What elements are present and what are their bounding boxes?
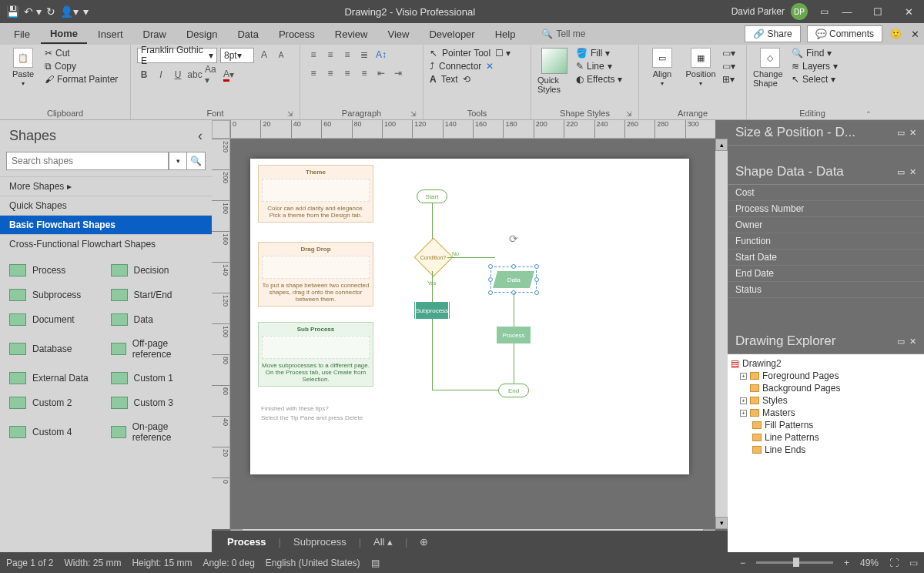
tab-developer[interactable]: Developer [420,25,484,43]
group-button[interactable]: ⊞▾ [722,74,735,85]
user-name[interactable]: David Parker [732,6,785,17]
shape-subprocess[interactable]: Subprocess [413,302,450,319]
drawing-canvas[interactable]: Theme Color can add clarity and elegance… [250,159,689,474]
tab-data[interactable]: Data [228,25,267,43]
stencil-cross-functional[interactable]: Cross-Functional Flowchart Shapes [0,234,212,253]
layers-button[interactable]: ≋Layers ▾ [792,61,838,72]
pane-close-icon[interactable]: ✕ [909,167,916,177]
shape-item[interactable]: Decision [106,258,208,283]
connector[interactable] [514,343,514,384]
align-button[interactable]: ▭Align▾ [645,48,679,87]
stencil-quick-shapes[interactable]: Quick Shapes [0,196,212,215]
font-size-combo[interactable]: 8pt ▾ [220,48,254,63]
change-case-button[interactable]: Aa ▾ [205,68,219,82]
status-language[interactable]: English (United States) [266,558,360,568]
position-button[interactable]: ▦Position▾ [684,48,718,87]
shape-data-row[interactable]: Process Number [728,201,924,217]
underline-button[interactable]: U [171,68,185,82]
strikethrough-button[interactable]: abc [188,68,202,82]
tree-foreground[interactable]: +Foreground Pages [731,370,921,382]
shape-item[interactable]: External Data [5,366,106,390]
pane-window-icon[interactable]: ▭ [897,128,905,138]
align-center-icon[interactable]: ≡ [323,66,337,80]
shape-data-row[interactable]: Start Date [728,250,924,266]
shape-process[interactable]: Process [497,327,531,343]
font-name-combo[interactable]: Franklin Gothic E ▾ [137,48,217,63]
tree-line-patterns[interactable]: Line Patterns [731,431,921,444]
fill-button[interactable]: 🪣Fill ▾ [576,48,622,59]
shape-data-row[interactable]: Cost [728,185,924,201]
close-button[interactable]: ✕ [893,0,924,23]
fit-page-icon[interactable]: ⛶ [889,558,899,568]
shape-item[interactable]: Document [5,307,106,332]
align-right-icon[interactable]: ≡ [340,66,354,80]
shape-data-row[interactable]: End Date [728,266,924,282]
ribbon-display-icon[interactable]: ▭ [820,6,829,17]
tab-draw[interactable]: Draw [134,25,176,43]
share-button[interactable]: 🔗 Share [745,25,800,42]
cut-button[interactable]: ✂Cut [45,48,118,59]
pane-close-icon[interactable]: ✕ [909,128,916,138]
tree-background[interactable]: Background Pages [731,382,921,394]
save-icon[interactable]: 💾 [6,5,19,18]
comments-button[interactable]: 💬 Comments [807,25,882,42]
connector-tool-button[interactable]: ⤴Connector✕ [430,61,494,72]
minimize-button[interactable]: — [832,0,862,23]
undo-icon[interactable]: ↶ ▾ [24,5,42,18]
text-tool-button[interactable]: AText⟲ [430,74,470,85]
qat-more-icon[interactable]: ▾ [83,5,89,18]
macro-icon[interactable]: ▤ [371,558,380,568]
vertical-scrollbar[interactable]: ▴ ▾ [715,139,728,529]
shape-data-row[interactable]: Function [728,233,924,250]
text-direction-icon[interactable]: A↕ [374,48,388,62]
select-button[interactable]: ↖Select ▾ [792,74,838,85]
shape-data-row[interactable]: Owner [728,217,924,233]
pane-window-icon[interactable]: ▭ [897,337,905,347]
paste-button[interactable]: 📋 Paste ▾ [6,48,40,87]
shape-item[interactable]: Process [5,258,106,283]
justify-icon[interactable]: ≡ [357,66,371,80]
shapes-pane-collapse-icon[interactable]: ‹ [198,128,203,144]
tree-line-ends[interactable]: Line Ends [731,444,921,456]
connector[interactable] [432,390,498,390]
connector[interactable] [514,293,514,327]
stencil-more-shapes[interactable]: More Shapes ▸ [0,176,212,196]
send-back-button[interactable]: ▭▾ [722,61,735,72]
tab-view[interactable]: View [378,25,418,43]
shape-item[interactable]: Database [5,332,106,366]
shape-item[interactable]: Custom 2 [5,390,106,415]
expand-icon[interactable]: + [740,410,747,417]
grow-font-icon[interactable]: A [257,48,271,62]
stencil-basic-flowchart[interactable]: Basic Flowchart Shapes [0,215,212,234]
search-shapes-input[interactable] [6,152,169,170]
shape-data-header[interactable]: Shape Data - Data ▭✕ [728,159,924,185]
shape-item[interactable]: Start/End [106,283,208,307]
shape-item[interactable]: On-page reference [106,415,208,449]
font-color-button[interactable]: A ▾ [222,68,236,82]
tree-root[interactable]: ▤Drawing2 [731,357,921,370]
user-avatar[interactable]: DP [791,3,808,20]
status-angle[interactable]: Angle: 0 deg [203,558,254,568]
shape-item[interactable]: Custom 3 [106,390,208,415]
tip-dragdrop[interactable]: Drag Drop To put a shape between two con… [258,242,373,307]
shape-end[interactable]: End [498,384,529,397]
tree-masters[interactable]: +Masters [731,407,921,419]
pointer-tool-button[interactable]: ↖Pointer Tool☐ ▾ [430,48,511,59]
scroll-up-icon[interactable]: ▴ [715,139,728,151]
connector[interactable] [432,271,433,302]
expand-icon[interactable]: + [740,373,747,380]
connector[interactable] [432,319,433,390]
redo-icon[interactable]: ↻ [46,5,55,18]
tab-file[interactable]: File [5,25,39,43]
italic-button[interactable]: I [154,68,168,82]
collapse-ribbon-icon[interactable]: ✕ [911,28,919,40]
tree-styles[interactable]: +Styles [731,394,921,407]
search-icon[interactable]: 🔍 [187,152,206,170]
shape-data[interactable]: Data [493,271,534,288]
maximize-button[interactable]: ☐ [862,0,893,23]
shape-item[interactable]: Custom 4 [5,415,106,449]
status-height[interactable]: Height: 15 mm [132,558,192,568]
change-shape-button[interactable]: ◇Change Shape [753,48,787,88]
bold-button[interactable]: B [137,68,151,82]
bring-front-button[interactable]: ▭▾ [722,48,735,59]
